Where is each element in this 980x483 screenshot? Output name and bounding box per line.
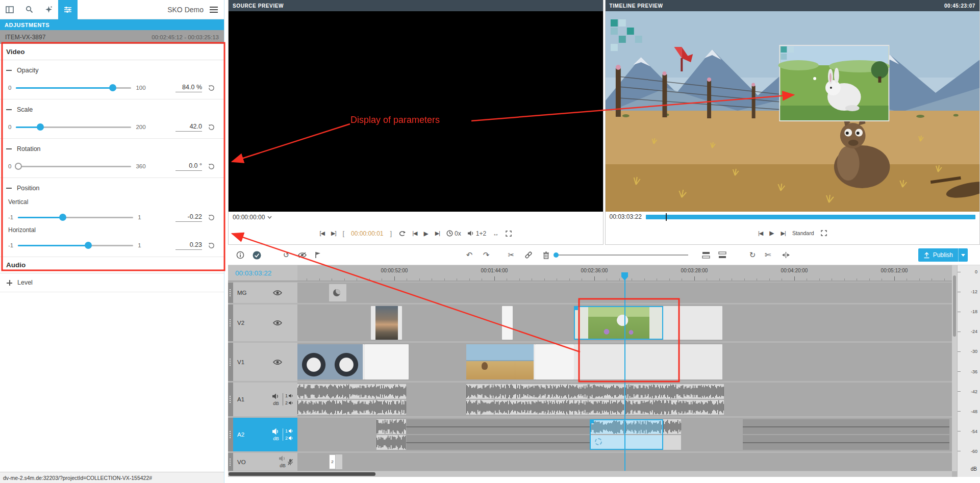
video-clip[interactable] <box>466 344 535 379</box>
video-clip[interactable] <box>371 306 402 340</box>
step-back-button[interactable]: |◀ <box>412 230 417 237</box>
seek-bar[interactable] <box>646 215 975 219</box>
timeline-video-area[interactable] <box>606 11 980 212</box>
redo-icon[interactable]: ↷ <box>479 247 494 263</box>
menu-icon[interactable] <box>204 0 224 19</box>
zoom-slider-handle[interactable] <box>554 252 559 258</box>
speaker-icon[interactable] <box>272 428 280 435</box>
marker-flag-icon[interactable] <box>310 247 325 263</box>
audio-clip[interactable] <box>297 384 406 415</box>
effects-icon[interactable] <box>39 0 58 19</box>
layout-panels-icon[interactable] <box>0 0 19 19</box>
visibility-eye-icon[interactable] <box>273 359 282 365</box>
audio-clip[interactable] <box>376 419 406 450</box>
approve-check-icon[interactable] <box>249 247 264 263</box>
mark-out-icon[interactable]: ] <box>390 230 392 237</box>
video-clip[interactable] <box>502 306 513 340</box>
drag-handle-icon[interactable] <box>228 383 233 416</box>
video-clip[interactable] <box>535 344 574 379</box>
step-forward-button[interactable]: ▶| <box>781 230 786 237</box>
playhead[interactable] <box>624 279 625 471</box>
scrollbar-thumb[interactable] <box>229 472 375 476</box>
seek-cursor[interactable] <box>666 213 667 221</box>
position-horizontal-slider[interactable] <box>18 242 133 249</box>
mark-in-icon[interactable]: [ <box>342 230 344 237</box>
quality-selector[interactable]: Standard <box>792 230 814 236</box>
horizontal-value[interactable]: 0.23 <box>175 241 202 250</box>
playback-speed-button[interactable]: 0x <box>446 230 461 237</box>
position-vertical-slider[interactable] <box>18 214 133 221</box>
fit-width-icon[interactable]: ↔ <box>493 230 499 237</box>
fit-timeline-icon[interactable] <box>778 247 793 263</box>
audio-channels-button[interactable]: 1+2 <box>468 230 486 237</box>
publish-dropdown[interactable] <box>959 248 968 262</box>
audio-clip[interactable] <box>663 384 724 415</box>
track-mg-header[interactable]: MG <box>228 283 297 303</box>
reset-icon[interactable] <box>207 122 216 132</box>
track-a2-header[interactable]: A2 dB 1 2 <box>228 418 297 451</box>
speaker-icon[interactable] <box>272 393 280 399</box>
param-scale-header[interactable]: Scale <box>6 104 218 115</box>
voiceover-clip[interactable]: 2 <box>329 454 342 469</box>
audio-clip[interactable] <box>743 419 949 450</box>
timeline-ruler[interactable]: 00:00:52:0000:01:44:0000:02:36:0000:03:2… <box>297 265 980 281</box>
speaker-muted-icon[interactable] <box>279 455 286 462</box>
param-position-header[interactable]: Position <box>6 183 218 194</box>
param-opacity-header[interactable]: Opacity <box>6 65 218 76</box>
selected-audio-clip[interactable] <box>590 419 663 450</box>
razor-icon[interactable]: ✄ <box>760 247 775 263</box>
drag-handle-icon[interactable] <box>228 283 233 303</box>
track-v2-header[interactable]: V2 <box>228 304 297 341</box>
graphics-clip[interactable] <box>329 284 346 301</box>
vertical-scrollbar[interactable] <box>952 265 957 471</box>
rotation-value[interactable]: 0.0 ° <box>175 162 202 171</box>
fullscreen-icon[interactable] <box>821 230 827 236</box>
drag-handle-icon[interactable] <box>228 304 233 341</box>
link-icon[interactable] <box>521 247 536 263</box>
goto-mark-in-button[interactable]: [◀ <box>319 230 324 237</box>
track-a1-header[interactable]: A1 dB 1 2 <box>228 383 297 416</box>
vertical-value[interactable]: -0.22 <box>175 213 202 222</box>
audio-clip[interactable] <box>663 419 681 450</box>
cut-scissors-icon[interactable]: ✂ <box>504 247 519 263</box>
scale-value[interactable]: 42.0 <box>175 123 202 132</box>
track-v1-header[interactable]: V1 <box>228 343 297 381</box>
source-timecode[interactable]: 00:00:00:00 <box>233 214 265 221</box>
play-button[interactable]: ▶ <box>769 230 774 237</box>
search-icon[interactable] <box>19 0 39 19</box>
audio-clip[interactable] <box>406 419 590 450</box>
delete-trash-icon[interactable] <box>538 247 554 263</box>
refresh-icon[interactable]: ↻ <box>745 247 760 263</box>
insert-track-below-icon[interactable] <box>715 247 730 263</box>
fullscreen-icon[interactable] <box>506 231 512 237</box>
audio-level-row[interactable]: Level <box>0 273 224 292</box>
reset-icon[interactable] <box>207 162 216 171</box>
opacity-value[interactable]: 84.0 % <box>175 84 202 92</box>
zoom-slider[interactable] <box>555 255 688 256</box>
reset-icon[interactable] <box>207 241 216 250</box>
rotation-slider[interactable] <box>16 163 131 170</box>
playhead-marker[interactable] <box>621 272 628 281</box>
publish-button[interactable]: Publish <box>918 248 968 262</box>
drag-handle-icon[interactable] <box>228 418 233 451</box>
reset-icon[interactable] <box>207 83 216 92</box>
insert-track-above-icon[interactable] <box>698 247 714 263</box>
video-clip[interactable] <box>663 306 722 340</box>
selected-video-clip[interactable] <box>574 306 663 340</box>
drag-handle-icon[interactable] <box>228 453 233 471</box>
info-icon[interactable] <box>233 247 248 263</box>
track-vo-header[interactable]: VO dB <box>228 453 297 471</box>
mic-muted-icon[interactable] <box>287 459 293 466</box>
video-clip[interactable] <box>365 344 409 379</box>
step-back-button[interactable]: |◀ <box>758 230 763 237</box>
opacity-slider[interactable] <box>16 84 131 91</box>
step-forward-button[interactable]: ▶| <box>435 230 440 237</box>
undo-icon[interactable]: ↶ <box>462 247 477 263</box>
source-video-area[interactable] <box>229 11 603 212</box>
reset-icon[interactable] <box>207 213 216 222</box>
audio-clip[interactable] <box>466 384 663 415</box>
play-button[interactable]: ▶ <box>423 230 428 237</box>
goto-mark-out-button[interactable]: ▶] <box>331 230 336 237</box>
visibility-eye-icon[interactable] <box>273 290 282 296</box>
scale-slider[interactable] <box>16 123 131 131</box>
